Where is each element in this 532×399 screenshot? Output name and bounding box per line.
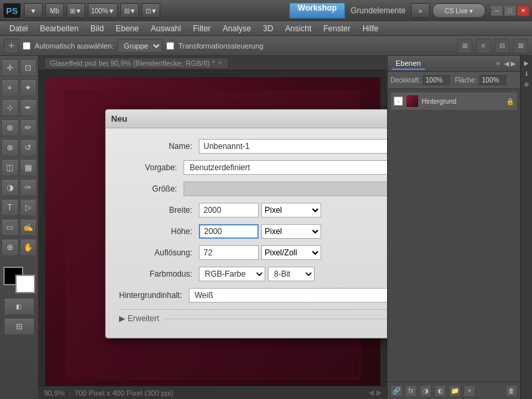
maximize-button[interactable]: □ [504, 5, 516, 16]
fill-input[interactable] [479, 75, 506, 85]
layer-mask-btn[interactable]: ◑ [420, 385, 432, 397]
magic-wand-tool[interactable]: ✦ [20, 79, 37, 96]
edge-expand-btn[interactable]: ▶ [522, 59, 531, 68]
colormode-select[interactable]: RGB-Farbe CMYK-Farbe Graustufen [199, 267, 265, 281]
notes-tool[interactable]: ✍ [20, 219, 37, 236]
resolution-label: Auflösung: [119, 248, 199, 257]
transform-checkbox[interactable] [166, 42, 174, 50]
workspace-button[interactable]: Workshop [289, 3, 345, 19]
opacity-input[interactable] [423, 75, 450, 85]
lock-icon: 🔒 [506, 98, 514, 105]
link-layers-btn[interactable]: 🔗 [390, 385, 402, 397]
auto-select-checkbox[interactable] [23, 42, 31, 50]
align-right-icon[interactable]: ⊟ [495, 39, 509, 53]
quick-mask-btn[interactable]: ◧ [4, 298, 35, 315]
pen-tool[interactable]: ✑ [20, 179, 37, 196]
name-input[interactable] [199, 139, 387, 154]
menu-filter[interactable]: Filter [188, 22, 216, 35]
dialog-body: Name: Vorgabe: Benutzerdefiniert Standar… [106, 128, 387, 338]
align-left-icon[interactable]: ⊞ [458, 39, 472, 53]
menu-bild[interactable]: Bild [85, 22, 109, 35]
screen-mode-btn[interactable]: ⊟ [4, 318, 35, 335]
color-selector[interactable] [3, 267, 35, 293]
tb-button-5[interactable]: ⊟▼ [120, 3, 139, 18]
crop-tool[interactable]: ⊹ [1, 99, 19, 116]
size-label: Größe: [119, 184, 184, 194]
new-document-dialog: Neu ✕ Name: Vorgabe: Benutz [105, 109, 387, 338]
distribute-icon[interactable]: ⊠ [513, 39, 528, 53]
edge-nav-btn[interactable]: ⊕ [522, 80, 531, 89]
adjustment-layer-btn[interactable]: ◐ [434, 385, 446, 397]
menu-hilfe[interactable]: Hilfe [357, 22, 384, 35]
healing-tool[interactable]: ⊕ [1, 119, 19, 136]
zoom-tool[interactable]: ⊕ [1, 239, 19, 256]
marquee-tool[interactable]: ⊡ [20, 59, 37, 76]
layer-item[interactable]: ● Hintergrund 🔒 [390, 92, 517, 110]
layer-style-btn[interactable]: fx [405, 385, 417, 397]
menu-ansicht[interactable]: Ansicht [280, 22, 317, 35]
dodge-tool[interactable]: ◑ [1, 179, 19, 196]
brush-tool[interactable]: ✏ [20, 119, 37, 136]
menu-bearbeiten[interactable]: Bearbeiten [35, 22, 84, 35]
colordepth-select[interactable]: 8-Bit 16-Bit 32-Bit [268, 267, 315, 281]
menu-fenster[interactable]: Fenster [318, 22, 356, 35]
cslive-btn[interactable]: CS Live ▾ [432, 3, 485, 18]
move-tool[interactable]: ✛ [1, 59, 19, 76]
height-unit-select[interactable]: Pixel Zoll cm [261, 224, 321, 239]
resolution-unit-select[interactable]: Pixel/Zoll Pixel/cm [261, 245, 321, 260]
delete-layer-btn[interactable]: 🗑 [505, 385, 517, 397]
panel-next[interactable]: ▶ [511, 60, 516, 67]
text-tool[interactable]: T [1, 199, 19, 216]
tb-button-6[interactable]: ⊡▼ [142, 3, 160, 18]
auto-select-label: Automatisch auswählen: [35, 42, 114, 50]
shape-tool[interactable]: ▭ [1, 219, 19, 236]
advanced-divider [164, 319, 387, 319]
width-input[interactable] [199, 203, 259, 217]
minimize-button[interactable]: ─ [491, 5, 503, 16]
edge-info-btn[interactable]: ℹ [522, 69, 531, 78]
background-color[interactable] [15, 275, 35, 293]
advanced-section[interactable]: ▶ Erweitert [119, 309, 387, 327]
tb-button-4[interactable]: 100%▼ [88, 3, 118, 18]
new-layer-btn[interactable]: + [464, 385, 475, 397]
panel-prev[interactable]: ◀ [504, 60, 509, 67]
gradient-tool[interactable]: ▦ [20, 159, 37, 176]
menu-datei[interactable]: Datei [4, 22, 33, 35]
layer-visibility-icon[interactable]: ● [394, 96, 403, 106]
width-unit-select[interactable]: Pixel Zoll cm [261, 203, 321, 217]
lasso-tool[interactable]: ⌖ [1, 79, 19, 96]
tb-button-1[interactable]: ▼ [24, 3, 43, 18]
tb-button-2[interactable]: Mb [45, 3, 64, 18]
history-tool[interactable]: ↺ [20, 139, 37, 156]
name-label: Name: [119, 142, 199, 151]
path-tool[interactable]: ▷ [20, 199, 37, 216]
menu-3d[interactable]: 3D [258, 22, 279, 35]
tb-button-3[interactable]: ⊞▼ [66, 3, 85, 18]
canvas-area: Glaseffekt.psd bei 90,9% (Blendenflecke,… [39, 56, 387, 399]
hand-tool[interactable]: ✋ [20, 239, 37, 256]
height-input[interactable] [199, 224, 259, 239]
tb-more-btn[interactable]: » [411, 3, 430, 18]
close-button[interactable]: ✕ [517, 5, 529, 16]
colormode-row: Farbmodus: RGB-Farbe CMYK-Farbe Graustuf… [119, 267, 387, 281]
titlebar: PS ▼ Mb ⊞▼ 100%▼ ⊟▼ ⊡▼ Workshop Grundele… [0, 0, 532, 21]
auto-select-dropdown[interactable]: Gruppe [118, 39, 162, 53]
eraser-tool[interactable]: ◫ [1, 159, 19, 176]
colormode-label: Farbmodus: [119, 269, 199, 279]
resolution-input[interactable] [199, 245, 259, 260]
align-center-icon[interactable]: ≡ [476, 39, 491, 53]
layers-tab[interactable]: Ebenen [392, 58, 425, 70]
advanced-label: Erweitert [128, 314, 159, 323]
clone-tool[interactable]: ⊗ [1, 139, 19, 156]
eyedropper-tool[interactable]: ✒ [20, 99, 37, 116]
new-group-btn[interactable]: 📁 [449, 385, 461, 397]
menu-ebene[interactable]: Ebene [110, 22, 144, 35]
menu-auswahl[interactable]: Auswahl [146, 22, 186, 35]
panel-menu-arrow[interactable]: ≡ [496, 60, 500, 67]
resolution-row: Auflösung: Pixel/Zoll Pixel/cm [119, 245, 387, 260]
move-tool-icon[interactable]: ✛ [4, 39, 19, 53]
menu-analyse[interactable]: Analyse [217, 22, 257, 35]
preset-select[interactable]: Benutzerdefiniert Standard [184, 160, 387, 175]
size-select[interactable] [184, 182, 387, 196]
background-select[interactable]: Weiß Schwarz Transparent [189, 288, 387, 303]
